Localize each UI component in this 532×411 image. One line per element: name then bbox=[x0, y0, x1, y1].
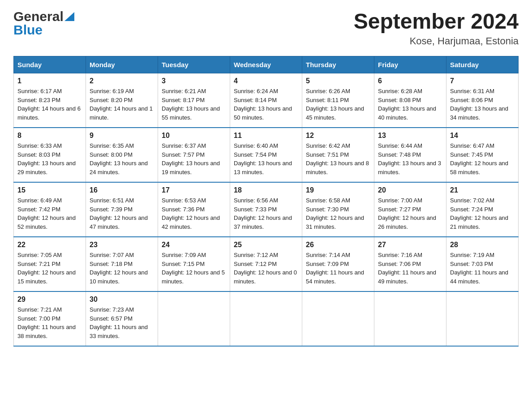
day-info: Sunrise: 7:09 AM Sunset: 7:15 PM Dayligh… bbox=[162, 251, 226, 286]
sunset-label: Sunset: 7:48 PM bbox=[378, 151, 421, 158]
sunset-label: Sunset: 7:24 PM bbox=[450, 206, 493, 213]
header-monday: Monday bbox=[86, 56, 158, 73]
sunrise-label: Sunrise: 6:24 AM bbox=[234, 88, 278, 94]
table-row: 28 Sunrise: 7:19 AM Sunset: 7:03 PM Dayl… bbox=[446, 237, 519, 291]
daylight-label: Daylight: 12 hours and 31 minutes. bbox=[306, 214, 364, 230]
calendar-header-row: Sunday Monday Tuesday Wednesday Thursday… bbox=[14, 56, 519, 73]
day-number: 25 bbox=[234, 241, 298, 249]
logo-triangle-icon bbox=[64, 12, 74, 21]
day-info: Sunrise: 7:07 AM Sunset: 7:18 PM Dayligh… bbox=[90, 251, 154, 286]
table-row: 11 Sunrise: 6:40 AM Sunset: 7:54 PM Dayl… bbox=[230, 128, 302, 182]
daylight-label: Daylight: 12 hours and 21 minutes. bbox=[450, 214, 508, 230]
day-number: 9 bbox=[90, 132, 154, 140]
table-row: 24 Sunrise: 7:09 AM Sunset: 7:15 PM Dayl… bbox=[158, 237, 230, 291]
day-number: 10 bbox=[162, 132, 226, 140]
day-info: Sunrise: 7:23 AM Sunset: 6:57 PM Dayligh… bbox=[90, 305, 154, 340]
day-number: 20 bbox=[378, 186, 442, 194]
sunrise-label: Sunrise: 7:23 AM bbox=[90, 306, 134, 313]
sunset-label: Sunset: 7:57 PM bbox=[162, 151, 205, 158]
table-row: 7 Sunrise: 6:31 AM Sunset: 8:06 PM Dayli… bbox=[446, 73, 519, 128]
sunrise-label: Sunrise: 6:35 AM bbox=[90, 142, 134, 149]
table-row: 23 Sunrise: 7:07 AM Sunset: 7:18 PM Dayl… bbox=[86, 237, 158, 291]
table-row: 21 Sunrise: 7:02 AM Sunset: 7:24 PM Dayl… bbox=[446, 182, 519, 237]
day-number: 19 bbox=[306, 186, 370, 194]
sunset-label: Sunset: 7:15 PM bbox=[162, 261, 205, 267]
day-info: Sunrise: 6:44 AM Sunset: 7:48 PM Dayligh… bbox=[378, 141, 442, 176]
sunrise-label: Sunrise: 7:14 AM bbox=[306, 252, 350, 258]
sunset-label: Sunset: 7:12 PM bbox=[234, 261, 277, 267]
day-number: 23 bbox=[90, 241, 154, 249]
day-number: 8 bbox=[17, 132, 82, 140]
day-number: 22 bbox=[17, 241, 82, 249]
header-saturday: Saturday bbox=[446, 56, 519, 73]
logo: General Blue bbox=[13, 9, 74, 38]
sunrise-label: Sunrise: 6:51 AM bbox=[90, 197, 134, 204]
table-row: 25 Sunrise: 7:12 AM Sunset: 7:12 PM Dayl… bbox=[230, 237, 302, 291]
daylight-label: Daylight: 11 hours and 33 minutes. bbox=[90, 324, 148, 339]
day-info: Sunrise: 6:21 AM Sunset: 8:17 PM Dayligh… bbox=[162, 87, 226, 122]
sunset-label: Sunset: 8:06 PM bbox=[450, 97, 493, 103]
day-number: 17 bbox=[162, 186, 226, 194]
day-number: 7 bbox=[450, 77, 515, 85]
calendar-week-row: 15 Sunrise: 6:49 AM Sunset: 7:42 PM Dayl… bbox=[14, 182, 519, 237]
sunset-label: Sunset: 8:14 PM bbox=[234, 97, 277, 103]
sunset-label: Sunset: 7:27 PM bbox=[378, 206, 421, 213]
sunrise-label: Sunrise: 6:42 AM bbox=[306, 142, 350, 149]
table-row: 16 Sunrise: 6:51 AM Sunset: 7:39 PM Dayl… bbox=[86, 182, 158, 237]
daylight-label: Daylight: 12 hours and 52 minutes. bbox=[17, 214, 76, 230]
day-info: Sunrise: 6:58 AM Sunset: 7:30 PM Dayligh… bbox=[306, 196, 370, 231]
day-info: Sunrise: 6:40 AM Sunset: 7:54 PM Dayligh… bbox=[234, 141, 298, 176]
day-info: Sunrise: 6:24 AM Sunset: 8:14 PM Dayligh… bbox=[234, 87, 298, 122]
daylight-label: Daylight: 12 hours and 26 minutes. bbox=[378, 214, 436, 230]
daylight-label: Daylight: 12 hours and 37 minutes. bbox=[234, 214, 292, 230]
day-info: Sunrise: 7:14 AM Sunset: 7:09 PM Dayligh… bbox=[306, 251, 370, 286]
table-row: 8 Sunrise: 6:33 AM Sunset: 8:03 PM Dayli… bbox=[14, 128, 86, 182]
header-wednesday: Wednesday bbox=[230, 56, 302, 73]
table-row bbox=[230, 291, 302, 346]
header-tuesday: Tuesday bbox=[158, 56, 230, 73]
day-info: Sunrise: 6:49 AM Sunset: 7:42 PM Dayligh… bbox=[17, 196, 82, 231]
sunset-label: Sunset: 7:30 PM bbox=[306, 206, 349, 213]
sunrise-label: Sunrise: 7:09 AM bbox=[162, 252, 206, 258]
day-info: Sunrise: 6:35 AM Sunset: 8:00 PM Dayligh… bbox=[90, 141, 154, 176]
day-number: 15 bbox=[17, 186, 82, 194]
day-info: Sunrise: 7:05 AM Sunset: 7:21 PM Dayligh… bbox=[17, 251, 82, 286]
table-row: 1 Sunrise: 6:17 AM Sunset: 8:23 PM Dayli… bbox=[14, 73, 86, 128]
day-info: Sunrise: 6:56 AM Sunset: 7:33 PM Dayligh… bbox=[234, 196, 298, 231]
day-info: Sunrise: 6:47 AM Sunset: 7:45 PM Dayligh… bbox=[450, 141, 515, 176]
day-number: 14 bbox=[450, 132, 515, 140]
title-section: September 2024 Kose, Harjumaa, Estonia bbox=[354, 9, 519, 47]
sunrise-label: Sunrise: 6:47 AM bbox=[450, 142, 494, 149]
day-number: 6 bbox=[378, 77, 442, 85]
sunset-label: Sunset: 8:17 PM bbox=[162, 97, 205, 103]
daylight-label: Daylight: 12 hours and 0 minutes. bbox=[234, 269, 297, 285]
day-number: 3 bbox=[162, 77, 226, 85]
table-row: 5 Sunrise: 6:26 AM Sunset: 8:11 PM Dayli… bbox=[302, 73, 374, 128]
day-number: 1 bbox=[17, 77, 82, 85]
sunset-label: Sunset: 7:06 PM bbox=[378, 261, 421, 267]
table-row: 27 Sunrise: 7:16 AM Sunset: 7:06 PM Dayl… bbox=[374, 237, 446, 291]
day-info: Sunrise: 6:26 AM Sunset: 8:11 PM Dayligh… bbox=[306, 87, 370, 122]
day-info: Sunrise: 6:28 AM Sunset: 8:08 PM Dayligh… bbox=[378, 87, 442, 122]
sunset-label: Sunset: 7:36 PM bbox=[162, 206, 205, 213]
sunrise-label: Sunrise: 6:33 AM bbox=[17, 142, 62, 149]
day-number: 24 bbox=[162, 241, 226, 249]
sunrise-label: Sunrise: 6:37 AM bbox=[162, 142, 206, 149]
daylight-label: Daylight: 11 hours and 54 minutes. bbox=[306, 269, 364, 285]
day-info: Sunrise: 7:02 AM Sunset: 7:24 PM Dayligh… bbox=[450, 196, 515, 231]
table-row: 10 Sunrise: 6:37 AM Sunset: 7:57 PM Dayl… bbox=[158, 128, 230, 182]
table-row: 19 Sunrise: 6:58 AM Sunset: 7:30 PM Dayl… bbox=[302, 182, 374, 237]
table-row: 17 Sunrise: 6:53 AM Sunset: 7:36 PM Dayl… bbox=[158, 182, 230, 237]
header-friday: Friday bbox=[374, 56, 446, 73]
sunset-label: Sunset: 8:23 PM bbox=[17, 97, 60, 103]
svg-marker-0 bbox=[64, 12, 74, 21]
day-info: Sunrise: 6:33 AM Sunset: 8:03 PM Dayligh… bbox=[17, 141, 82, 176]
day-info: Sunrise: 6:19 AM Sunset: 8:20 PM Dayligh… bbox=[90, 87, 154, 122]
table-row: 20 Sunrise: 7:00 AM Sunset: 7:27 PM Dayl… bbox=[374, 182, 446, 237]
table-row: 9 Sunrise: 6:35 AM Sunset: 8:00 PM Dayli… bbox=[86, 128, 158, 182]
day-number: 11 bbox=[234, 132, 298, 140]
day-number: 16 bbox=[90, 186, 154, 194]
sunrise-label: Sunrise: 7:21 AM bbox=[17, 306, 62, 313]
day-info: Sunrise: 6:51 AM Sunset: 7:39 PM Dayligh… bbox=[90, 196, 154, 231]
day-number: 21 bbox=[450, 186, 515, 194]
